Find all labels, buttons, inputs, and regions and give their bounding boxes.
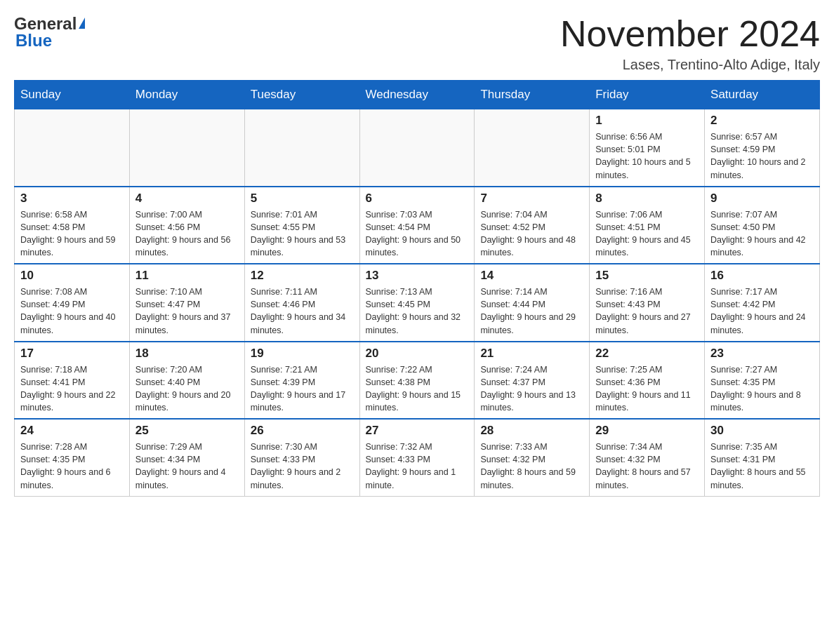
calendar-week-row: 3Sunrise: 6:58 AMSunset: 4:58 PMDaylight… [15, 187, 820, 264]
sun-info: Sunrise: 7:17 AMSunset: 4:42 PMDaylight:… [710, 286, 814, 337]
day-number: 2 [710, 114, 814, 128]
day-number: 1 [595, 114, 699, 128]
sun-info: Sunrise: 7:06 AMSunset: 4:51 PMDaylight:… [595, 208, 699, 260]
calendar-cell: 29Sunrise: 7:34 AMSunset: 4:32 PMDayligh… [590, 419, 705, 496]
sun-info: Sunrise: 7:30 AMSunset: 4:33 PMDaylight:… [251, 441, 354, 492]
sun-info: Sunrise: 7:08 AMSunset: 4:49 PMDaylight:… [20, 286, 124, 337]
sun-info: Sunrise: 7:20 AMSunset: 4:40 PMDaylight:… [135, 363, 239, 415]
calendar-cell: 6Sunrise: 7:03 AMSunset: 4:54 PMDaylight… [359, 187, 475, 264]
sun-info: Sunrise: 7:29 AMSunset: 4:34 PMDaylight:… [135, 441, 239, 492]
col-header-friday: Friday [590, 81, 705, 109]
day-number: 26 [251, 424, 354, 438]
calendar-cell [244, 109, 359, 187]
calendar-cell: 13Sunrise: 7:13 AMSunset: 4:45 PMDayligh… [359, 264, 475, 342]
sun-info: Sunrise: 7:35 AMSunset: 4:31 PMDaylight:… [710, 441, 814, 492]
day-number: 6 [366, 192, 469, 206]
calendar-cell: 9Sunrise: 7:07 AMSunset: 4:50 PMDaylight… [705, 187, 820, 264]
calendar-cell: 21Sunrise: 7:24 AMSunset: 4:37 PMDayligh… [475, 342, 590, 420]
calendar-cell: 4Sunrise: 7:00 AMSunset: 4:56 PMDaylight… [129, 187, 244, 264]
day-number: 23 [710, 347, 814, 361]
sun-info: Sunrise: 7:28 AMSunset: 4:35 PMDaylight:… [20, 441, 124, 492]
logo: General Blue [14, 14, 85, 51]
page-header: General Blue November 2024 Lases, Trenti… [14, 14, 820, 73]
col-header-saturday: Saturday [705, 81, 820, 109]
calendar-week-row: 10Sunrise: 7:08 AMSunset: 4:49 PMDayligh… [15, 264, 820, 342]
title-section: November 2024 Lases, Trentino-Alto Adige… [560, 14, 820, 73]
sun-info: Sunrise: 7:11 AMSunset: 4:46 PMDaylight:… [251, 286, 354, 337]
day-number: 17 [20, 347, 124, 361]
sun-info: Sunrise: 7:25 AMSunset: 4:36 PMDaylight:… [595, 363, 699, 415]
sun-info: Sunrise: 7:07 AMSunset: 4:50 PMDaylight:… [710, 208, 814, 260]
calendar-cell: 7Sunrise: 7:04 AMSunset: 4:52 PMDaylight… [475, 187, 590, 264]
calendar-cell: 19Sunrise: 7:21 AMSunset: 4:39 PMDayligh… [244, 342, 359, 420]
sun-info: Sunrise: 7:27 AMSunset: 4:35 PMDaylight:… [710, 363, 814, 415]
sun-info: Sunrise: 7:01 AMSunset: 4:55 PMDaylight:… [251, 208, 354, 260]
day-number: 10 [20, 269, 124, 283]
day-number: 28 [480, 424, 583, 438]
day-number: 24 [20, 424, 124, 438]
day-number: 15 [595, 269, 699, 283]
col-header-wednesday: Wednesday [359, 81, 475, 109]
sun-info: Sunrise: 7:33 AMSunset: 4:32 PMDaylight:… [480, 441, 583, 492]
day-number: 13 [366, 269, 469, 283]
day-number: 11 [135, 269, 239, 283]
day-number: 3 [20, 192, 124, 206]
sun-info: Sunrise: 7:22 AMSunset: 4:38 PMDaylight:… [366, 363, 469, 415]
calendar-cell: 22Sunrise: 7:25 AMSunset: 4:36 PMDayligh… [590, 342, 705, 420]
calendar-cell: 8Sunrise: 7:06 AMSunset: 4:51 PMDaylight… [590, 187, 705, 264]
sun-info: Sunrise: 6:57 AMSunset: 4:59 PMDaylight:… [710, 130, 814, 182]
calendar-cell [129, 109, 244, 187]
sun-info: Sunrise: 7:32 AMSunset: 4:33 PMDaylight:… [366, 441, 469, 492]
calendar-cell: 23Sunrise: 7:27 AMSunset: 4:35 PMDayligh… [705, 342, 820, 420]
calendar-cell: 12Sunrise: 7:11 AMSunset: 4:46 PMDayligh… [244, 264, 359, 342]
sun-info: Sunrise: 7:24 AMSunset: 4:37 PMDaylight:… [480, 363, 583, 415]
col-header-sunday: Sunday [15, 81, 130, 109]
calendar-cell: 2Sunrise: 6:57 AMSunset: 4:59 PMDaylight… [705, 109, 820, 187]
calendar-cell: 24Sunrise: 7:28 AMSunset: 4:35 PMDayligh… [15, 419, 130, 496]
col-header-monday: Monday [129, 81, 244, 109]
sun-info: Sunrise: 7:04 AMSunset: 4:52 PMDaylight:… [480, 208, 583, 260]
sun-info: Sunrise: 7:16 AMSunset: 4:43 PMDaylight:… [595, 286, 699, 337]
day-number: 18 [135, 347, 239, 361]
day-number: 14 [480, 269, 583, 283]
sun-info: Sunrise: 7:00 AMSunset: 4:56 PMDaylight:… [135, 208, 239, 260]
col-header-thursday: Thursday [475, 81, 590, 109]
location-subtitle: Lases, Trentino-Alto Adige, Italy [560, 57, 820, 73]
sun-info: Sunrise: 7:21 AMSunset: 4:39 PMDaylight:… [251, 363, 354, 415]
col-header-tuesday: Tuesday [244, 81, 359, 109]
day-number: 19 [251, 347, 354, 361]
sun-info: Sunrise: 7:18 AMSunset: 4:41 PMDaylight:… [20, 363, 124, 415]
day-number: 12 [251, 269, 354, 283]
sun-info: Sunrise: 7:14 AMSunset: 4:44 PMDaylight:… [480, 286, 583, 337]
calendar-cell: 18Sunrise: 7:20 AMSunset: 4:40 PMDayligh… [129, 342, 244, 420]
calendar-header-row: SundayMondayTuesdayWednesdayThursdayFrid… [15, 81, 820, 109]
calendar-cell: 25Sunrise: 7:29 AMSunset: 4:34 PMDayligh… [129, 419, 244, 496]
logo-triangle-icon [79, 18, 85, 29]
calendar-cell: 3Sunrise: 6:58 AMSunset: 4:58 PMDaylight… [15, 187, 130, 264]
calendar-cell: 10Sunrise: 7:08 AMSunset: 4:49 PMDayligh… [15, 264, 130, 342]
day-number: 8 [595, 192, 699, 206]
sun-info: Sunrise: 7:10 AMSunset: 4:47 PMDaylight:… [135, 286, 239, 337]
day-number: 25 [135, 424, 239, 438]
day-number: 20 [366, 347, 469, 361]
day-number: 21 [480, 347, 583, 361]
calendar-cell [475, 109, 590, 187]
day-number: 4 [135, 192, 239, 206]
calendar-cell: 28Sunrise: 7:33 AMSunset: 4:32 PMDayligh… [475, 419, 590, 496]
calendar-table: SundayMondayTuesdayWednesdayThursdayFrid… [14, 80, 820, 497]
day-number: 29 [595, 424, 699, 438]
calendar-cell: 17Sunrise: 7:18 AMSunset: 4:41 PMDayligh… [15, 342, 130, 420]
sun-info: Sunrise: 7:13 AMSunset: 4:45 PMDaylight:… [366, 286, 469, 337]
sun-info: Sunrise: 6:58 AMSunset: 4:58 PMDaylight:… [20, 208, 124, 260]
calendar-cell: 26Sunrise: 7:30 AMSunset: 4:33 PMDayligh… [244, 419, 359, 496]
calendar-cell: 11Sunrise: 7:10 AMSunset: 4:47 PMDayligh… [129, 264, 244, 342]
calendar-cell [15, 109, 130, 187]
sun-info: Sunrise: 7:34 AMSunset: 4:32 PMDaylight:… [595, 441, 699, 492]
sun-info: Sunrise: 7:03 AMSunset: 4:54 PMDaylight:… [366, 208, 469, 260]
day-number: 22 [595, 347, 699, 361]
calendar-cell: 5Sunrise: 7:01 AMSunset: 4:55 PMDaylight… [244, 187, 359, 264]
calendar-week-row: 24Sunrise: 7:28 AMSunset: 4:35 PMDayligh… [15, 419, 820, 496]
sun-info: Sunrise: 6:56 AMSunset: 5:01 PMDaylight:… [595, 130, 699, 182]
day-number: 30 [710, 424, 814, 438]
calendar-cell: 30Sunrise: 7:35 AMSunset: 4:31 PMDayligh… [705, 419, 820, 496]
